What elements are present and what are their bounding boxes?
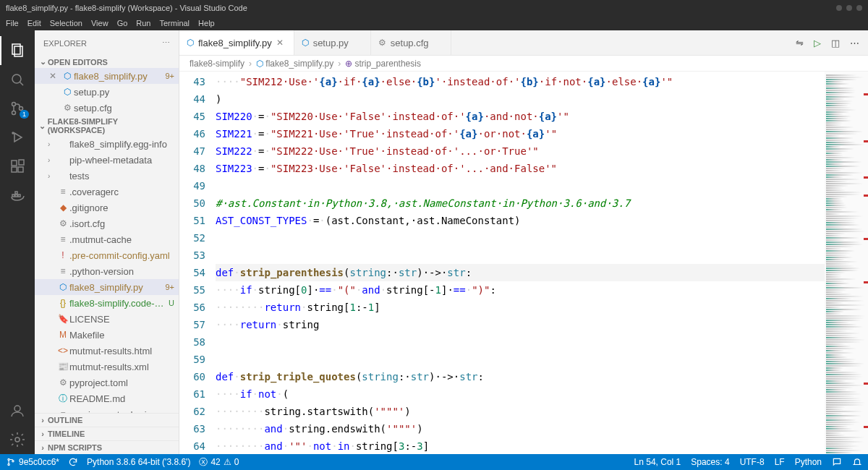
- open-editors-section[interactable]: ⌄OPEN EDITORS: [35, 56, 179, 68]
- file-name: flake8_simplify.py: [69, 282, 165, 293]
- activity-account-icon[interactable]: [0, 396, 35, 425]
- open-editor-item[interactable]: ✕⬡flake8_simplify.py9+: [35, 68, 179, 84]
- breadcrumb-item[interactable]: flake8-simplify: [190, 59, 244, 69]
- svg-rect-10: [12, 167, 17, 172]
- file-item[interactable]: ⬡flake8_simplify.py9+: [35, 279, 179, 295]
- file-item[interactable]: <>mutmut-results.html: [35, 343, 179, 359]
- workspace-section[interactable]: ⌄FLAKE8-SIMPLIFY (WORKSPACE): [35, 116, 179, 136]
- file-item[interactable]: ⚙pyproject.toml: [35, 375, 179, 390]
- file-item[interactable]: !.pre-commit-config.yaml: [35, 247, 179, 263]
- svg-rect-15: [18, 195, 20, 197]
- menu-go[interactable]: Go: [117, 19, 128, 27]
- code-editor[interactable]: 4344454647484950515253545556575859606162…: [179, 72, 868, 454]
- titlebar: flake8_simplify.py - flake8-simplify (Wo…: [0, 0, 868, 16]
- svg-rect-14: [15, 195, 17, 197]
- close-icon[interactable]: ✕: [49, 71, 61, 81]
- file-name: mutmut-results.xml: [69, 362, 174, 372]
- file-name: .python-version: [69, 266, 174, 277]
- status-problems[interactable]: ⓧ 42 ⚠ 0: [199, 456, 239, 469]
- sidebar: EXPLORER⋯ ⌄OPEN EDITORS ✕⬡flake8_simplif…: [35, 30, 179, 454]
- status-encoding[interactable]: UTF-8: [740, 457, 765, 467]
- svg-rect-0: [12, 44, 20, 54]
- tab[interactable]: ⬡setup.py: [294, 30, 371, 55]
- tab[interactable]: ⚙setup.cfg: [371, 30, 451, 55]
- section-outline[interactable]: ›OUTLINE: [35, 413, 179, 427]
- file-item[interactable]: 📰mutmut-results.xml: [35, 359, 179, 375]
- svg-point-8: [12, 132, 14, 134]
- activity-search-icon[interactable]: [0, 65, 35, 94]
- file-item[interactable]: {}flake8-simplify.code-worksp…U: [35, 295, 179, 311]
- minimap[interactable]: [825, 72, 868, 454]
- file-icon: ⬡: [56, 282, 69, 292]
- more-icon[interactable]: ⋯: [850, 38, 859, 48]
- menu-view[interactable]: View: [91, 19, 109, 27]
- status-eol[interactable]: LF: [775, 457, 785, 467]
- status-branch[interactable]: 9e5c0cc6*: [6, 457, 59, 467]
- file-icon: ⬡: [302, 38, 309, 48]
- run-icon[interactable]: ▷: [814, 38, 821, 48]
- menu-selection[interactable]: Selection: [50, 19, 82, 27]
- status-bell-icon[interactable]: [852, 457, 862, 467]
- activity-extensions-icon[interactable]: [0, 152, 35, 181]
- file-item[interactable]: ≡.python-version: [35, 263, 179, 279]
- file-item[interactable]: ≡.coveragerc: [35, 184, 179, 200]
- file-item[interactable]: ≡requirements-dev.in: [35, 406, 179, 413]
- menu-terminal[interactable]: Terminal: [160, 19, 190, 27]
- activity-docker-icon[interactable]: [0, 181, 35, 210]
- scm-badge: U: [169, 299, 174, 307]
- menu-edit[interactable]: Edit: [27, 19, 41, 27]
- status-spaces[interactable]: Spaces: 4: [691, 457, 729, 467]
- status-python[interactable]: Python 3.8.6 64-bit ('3.8.6'): [87, 457, 190, 467]
- code-content[interactable]: ····"SIM212·Use·'{a}·if·{a}·else·{b}'·in…: [216, 72, 825, 454]
- file-icon: ⬡: [61, 87, 74, 97]
- close-icon[interactable]: ✕: [276, 38, 286, 48]
- tab-bar: ⬡flake8_simplify.py✕⬡setup.py⚙setup.cfg⇋…: [179, 30, 868, 56]
- file-item[interactable]: MMakefile: [35, 327, 179, 343]
- file-item[interactable]: ◆.gitignore: [35, 200, 179, 215]
- file-name: pip-wheel-metadata: [69, 155, 174, 166]
- activity-explorer-icon[interactable]: [0, 36, 35, 65]
- file-icon: ◆: [56, 202, 69, 213]
- breadcrumb-item[interactable]: ⬡ flake8_simplify.py: [256, 59, 333, 69]
- status-position[interactable]: Ln 54, Col 1: [634, 457, 681, 467]
- scm-badge: 9+: [165, 283, 174, 291]
- split-icon[interactable]: ◫: [831, 38, 840, 48]
- menu-run[interactable]: Run: [136, 19, 150, 27]
- tab[interactable]: ⬡flake8_simplify.py✕: [179, 30, 294, 55]
- file-name: Makefile: [69, 330, 174, 341]
- file-name: LICENSE: [69, 314, 174, 325]
- breadcrumb[interactable]: flake8-simplify›⬡ flake8_simplify.py›⊕ s…: [179, 56, 868, 72]
- section-timeline[interactable]: ›TIMELINE: [35, 427, 179, 440]
- file-icon: ⚙: [56, 377, 69, 388]
- sidebar-title: EXPLORER⋯: [35, 30, 179, 56]
- activity-debug-icon[interactable]: [0, 123, 35, 152]
- breadcrumb-item[interactable]: ⊕ strip_parenthesis: [345, 59, 421, 69]
- section-npm scripts[interactable]: ›NPM SCRIPTS: [35, 440, 179, 454]
- open-editor-item[interactable]: ⚙setup.cfg: [35, 100, 179, 116]
- folder-item[interactable]: ›flake8_simplify.egg-info: [35, 136, 179, 152]
- status-language[interactable]: Python: [795, 457, 822, 467]
- folder-item[interactable]: ›tests: [35, 168, 179, 184]
- activity-settings-icon[interactable]: [0, 425, 35, 454]
- compare-icon[interactable]: ⇋: [796, 38, 804, 48]
- status-sync-icon[interactable]: [68, 457, 78, 467]
- file-name: .gitignore: [69, 202, 174, 213]
- folder-item[interactable]: ›pip-wheel-metadata: [35, 152, 179, 168]
- file-item[interactable]: ≡.mutmut-cache: [35, 231, 179, 247]
- open-editor-item[interactable]: ⬡setup.py: [35, 84, 179, 100]
- scm-badge: 1: [20, 110, 29, 119]
- more-icon[interactable]: ⋯: [162, 38, 170, 48]
- file-item[interactable]: ⓘREADME.md: [35, 390, 179, 406]
- file-icon: M: [56, 330, 69, 340]
- menu-help[interactable]: Help: [198, 19, 215, 27]
- svg-point-19: [8, 458, 9, 460]
- file-item[interactable]: ⚙.isort.cfg: [35, 215, 179, 231]
- menu-file[interactable]: File: [6, 19, 19, 27]
- status-feedback-icon[interactable]: [832, 457, 842, 467]
- svg-rect-16: [15, 192, 17, 194]
- window-controls[interactable]: [836, 5, 862, 11]
- activity-scm-icon[interactable]: 1: [0, 94, 35, 123]
- window-title: flake8_simplify.py - flake8-simplify (Wo…: [6, 4, 247, 12]
- file-item[interactable]: 🔖LICENSE: [35, 311, 179, 327]
- line-gutter: 4344454647484950515253545556575859606162…: [179, 72, 216, 454]
